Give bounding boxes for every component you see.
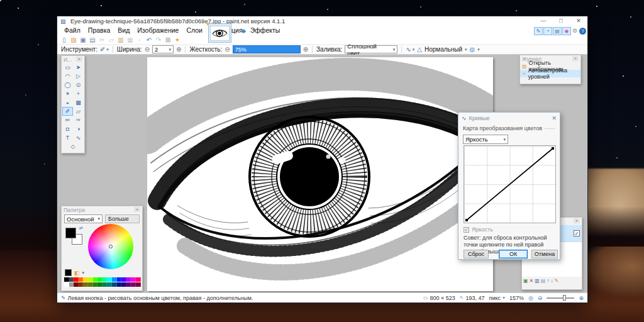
quality-icon[interactable]: △	[417, 46, 422, 53]
palette-swatch[interactable]	[97, 282, 103, 287]
current-color-icon[interactable]	[65, 269, 72, 276]
redo-icon[interactable]: ↷	[155, 36, 162, 44]
image-list-icon[interactable]: ◆	[242, 28, 246, 34]
zoom-out-icon[interactable]: ⊖	[538, 295, 543, 301]
palette-swatch[interactable]	[64, 277, 69, 282]
palette-swatch[interactable]	[126, 277, 131, 282]
move-selected-pixels-tool[interactable]: ➤	[73, 63, 84, 72]
line-curve-tool[interactable]: ∿	[73, 133, 84, 142]
palette-swatch[interactable]	[69, 282, 74, 287]
luminosity-checkbox[interactable]: ✓	[464, 227, 469, 233]
palette-swatch[interactable]	[93, 277, 98, 282]
pencil-tool[interactable]: ✏	[62, 116, 73, 125]
width-select[interactable]: 2 ▾	[152, 45, 174, 53]
manage-palette-icon[interactable]: ◧	[74, 270, 80, 276]
new-file-icon[interactable]: ▯	[60, 36, 68, 44]
palette-swatch[interactable]	[83, 277, 88, 282]
ok-button[interactable]: ОК	[499, 250, 528, 258]
palette-swatch[interactable]	[88, 282, 93, 287]
history-item-auto-levels[interactable]: ✶ Автонастройка уровней	[520, 70, 580, 77]
crop-to-selection-icon[interactable]: ⊞	[164, 36, 172, 44]
palette-swatch[interactable]	[131, 277, 136, 282]
collapse-icon[interactable]: ▾	[134, 207, 140, 212]
ellipse-select-tool[interactable]: ◯	[62, 80, 73, 89]
palette-swatch[interactable]	[136, 277, 141, 282]
close-button[interactable]: ✕	[570, 16, 587, 26]
zoom-tool[interactable]: ⊙	[73, 80, 84, 89]
toggle-history-window-button[interactable]: ◔	[543, 27, 552, 35]
minimize-button[interactable]: —	[535, 16, 552, 26]
palette-swatch[interactable]	[112, 282, 117, 287]
width-decrease-button[interactable]: ⊖	[145, 46, 150, 53]
swap-colors-icon[interactable]: ⇄	[79, 226, 83, 231]
palette-swatch[interactable]	[93, 282, 98, 287]
layer-visibility-checkbox[interactable]: ✓	[574, 230, 580, 236]
menu-edit[interactable]: Правка	[84, 26, 114, 35]
paintbrush-tool[interactable]: ✐	[62, 107, 73, 116]
title-bar[interactable]: ▨ Eye-drawing-technique-56a1876b5f9b58b7…	[57, 16, 587, 26]
rectangle-select-tool[interactable]: ▭	[62, 63, 73, 72]
canvas[interactable]	[147, 57, 493, 291]
palette-swatch[interactable]	[83, 282, 88, 287]
zoom-slider-handle[interactable]	[563, 295, 566, 301]
selection-clip-icon[interactable]: ◍	[470, 46, 475, 53]
more-colors-button[interactable]: Больше >>	[105, 214, 140, 223]
text-tool[interactable]: T	[62, 133, 73, 142]
menu-view[interactable]: Вид	[114, 26, 133, 35]
palette-swatch[interactable]	[117, 277, 122, 282]
collapse-icon[interactable]: ▾	[574, 218, 580, 223]
palette-swatch[interactable]	[74, 282, 79, 287]
palette-swatch[interactable]	[88, 277, 93, 282]
lasso-select-tool[interactable]: ◠	[62, 72, 73, 80]
gradient-tool[interactable]: ▩	[73, 98, 84, 107]
zoom-in-icon[interactable]: ⊕	[579, 295, 584, 301]
merge-layer-down-icon[interactable]: ▤	[541, 277, 546, 284]
toggle-colors-window-button[interactable]: ◉	[562, 27, 571, 35]
reset-button[interactable]: Сброс	[464, 250, 489, 258]
deselect-icon[interactable]: ▫	[136, 36, 143, 44]
color-picker-tool[interactable]: ✑	[73, 116, 84, 125]
width-increase-button[interactable]: ⊕	[176, 46, 181, 53]
foreground-background-swatches[interactable]: ⇄	[65, 228, 84, 247]
menu-image[interactable]: Изображение	[133, 26, 182, 35]
palette-swatch[interactable]	[64, 282, 69, 287]
palette-swatch[interactable]	[136, 282, 141, 287]
fill-select[interactable]: Сплошной цвет ▾	[345, 45, 397, 53]
settings-gear-icon[interactable]: ⚙	[571, 27, 579, 35]
palette-swatch[interactable]	[117, 282, 122, 287]
shapes-tool[interactable]: ◇	[68, 142, 78, 151]
color-mode-select[interactable]: Основной ▾	[64, 214, 103, 223]
close-icon[interactable]: ✕	[552, 115, 557, 121]
recolor-tool[interactable]: ◑	[73, 125, 84, 133]
palette-swatch[interactable]	[107, 282, 112, 287]
curve-grid[interactable]	[464, 145, 556, 223]
channel-select[interactable]: Яркость ▾	[463, 135, 508, 144]
collapse-icon[interactable]: ▾	[76, 57, 82, 62]
toggle-layers-window-button[interactable]: ▤	[553, 27, 562, 35]
move-layer-down-icon[interactable]: ↓	[550, 277, 553, 284]
save-icon[interactable]: ▣	[79, 36, 87, 44]
duplicate-layer-icon[interactable]: ▥	[535, 277, 540, 284]
menu-layers[interactable]: Слои	[182, 26, 206, 35]
zoom-fit-icon[interactable]: ◎	[528, 295, 533, 301]
current-tool-button[interactable]: ✐ ▾	[100, 46, 109, 53]
palette-swatch[interactable]	[79, 282, 84, 287]
crop-icon[interactable]: ▦	[126, 36, 134, 44]
add-layer-icon[interactable]: ▣	[523, 277, 528, 284]
paste-icon[interactable]: ▥	[117, 36, 125, 44]
move-selection-tool[interactable]: ▷	[73, 72, 84, 80]
blend-mode-value[interactable]: Нормальный	[425, 46, 462, 53]
curves-dialog-titlebar[interactable]: ∿ Кривые ✕	[458, 113, 560, 123]
palette-swatch[interactable]	[126, 282, 131, 287]
hardness-increase-button[interactable]: ⊕	[303, 46, 308, 53]
palette-swatch[interactable]	[79, 277, 84, 282]
color-wheel[interactable]	[88, 224, 133, 269]
cut-icon[interactable]: ✂	[98, 36, 106, 44]
palette-swatch[interactable]	[103, 282, 108, 287]
palette-swatch[interactable]	[121, 282, 126, 287]
units-select[interactable]: пикс ▾	[489, 295, 505, 301]
hardness-slider[interactable]: 75%	[233, 45, 301, 53]
help-icon[interactable]: ?	[579, 28, 586, 35]
palette-swatch[interactable]	[131, 282, 136, 287]
move-layer-up-icon[interactable]: ↑	[547, 277, 549, 284]
